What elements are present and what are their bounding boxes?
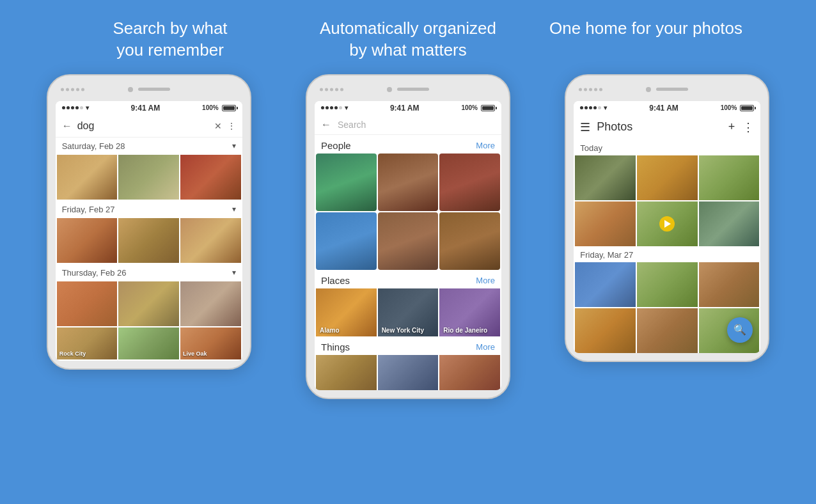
phone-2-camera: [387, 87, 392, 92]
places-more[interactable]: More: [476, 276, 495, 285]
thing-cell[interactable]: [378, 355, 439, 390]
person-cell[interactable]: [439, 154, 500, 211]
photo-cell[interactable]: [57, 155, 118, 200]
battery-area-1: 100%: [202, 104, 236, 111]
more-icon[interactable]: ⋮: [742, 120, 754, 134]
person-cell[interactable]: [316, 154, 377, 211]
gallery-cell[interactable]: [637, 201, 698, 246]
chevron-down-icon-3: ▾: [232, 268, 236, 277]
photo-cell[interactable]: [57, 281, 118, 326]
place-rio[interactable]: Rio de Janeiro: [439, 288, 500, 336]
phone-2-top-bar: [315, 83, 501, 96]
nav-bar-2: ← Search: [315, 115, 501, 135]
gallery-cell[interactable]: [575, 262, 636, 307]
photo-cell[interactable]: [118, 218, 179, 263]
photo-cell[interactable]: [180, 218, 241, 263]
status-time-2: 9:41 AM: [390, 104, 420, 113]
person-cell[interactable]: [378, 154, 439, 211]
photo-cell[interactable]: [118, 155, 179, 200]
photo-cell[interactable]: Rock City: [57, 327, 118, 359]
gallery-date-mar27: Friday, Mar 27: [574, 246, 760, 262]
things-title: Things: [321, 342, 350, 352]
photo-cell[interactable]: Live Oak: [180, 327, 241, 359]
play-button[interactable]: [659, 216, 675, 232]
dot: [325, 88, 328, 91]
gallery-cell[interactable]: [575, 308, 636, 353]
photo-cell[interactable]: [180, 155, 241, 200]
place-alamo-label: Alamo: [320, 327, 340, 334]
photo-cell[interactable]: [118, 281, 179, 326]
chevron-down-icon-1: ▾: [232, 141, 236, 150]
app-bar-actions: + ⋮: [728, 120, 755, 134]
gallery-cell[interactable]: [575, 155, 636, 200]
clear-button[interactable]: ✕: [214, 121, 222, 131]
battery-label-3: 100%: [721, 104, 737, 111]
person-cell[interactable]: [316, 212, 377, 270]
phone-1-screen: ▾ 9:41 AM 100% ← dog ✕ ⋮: [56, 101, 242, 361]
add-icon[interactable]: +: [728, 120, 735, 134]
phone-3-screen: ▾ 9:41 AM 100% ☰ Photos + ⋮: [574, 101, 760, 353]
search-bar[interactable]: ← dog ✕ ⋮: [56, 115, 242, 138]
thing-cell[interactable]: [316, 355, 377, 390]
status-time-1: 9:41 AM: [131, 104, 161, 113]
back-button[interactable]: ←: [62, 120, 72, 132]
search-placeholder-2[interactable]: Search: [338, 120, 495, 130]
signal-dot: [321, 106, 324, 109]
dot: [589, 88, 592, 91]
more-button[interactable]: ⋮: [227, 121, 236, 131]
photo-cell[interactable]: [118, 327, 179, 359]
gallery-cell[interactable]: [637, 308, 698, 353]
person-cell[interactable]: [439, 212, 500, 270]
thing-cell[interactable]: [439, 355, 500, 390]
phone-3: ▾ 9:41 AM 100% ☰ Photos + ⋮: [565, 74, 769, 362]
photo-cell[interactable]: [57, 218, 118, 263]
signal-dot-dim: [80, 106, 83, 109]
place-alamo[interactable]: Alamo: [316, 288, 377, 336]
gallery-cell[interactable]: [575, 201, 636, 246]
phone-1-speaker: [138, 88, 170, 91]
place-rio-label: Rio de Janeiro: [443, 327, 487, 334]
dot: [340, 88, 343, 91]
people-grid: [315, 154, 501, 270]
search-fab-button[interactable]: 🔍: [727, 317, 753, 343]
phone-3-top-bar: [574, 83, 760, 96]
signal-dot: [585, 106, 588, 109]
dot: [335, 88, 338, 91]
signal-dot: [334, 106, 338, 109]
gallery-cell[interactable]: [637, 262, 698, 307]
people-more[interactable]: More: [476, 141, 495, 150]
signal-dot-dim: [598, 106, 601, 109]
signal-dot: [62, 106, 65, 109]
gallery-cell[interactable]: [637, 155, 698, 200]
dot: [579, 88, 582, 91]
place-nyc-label: New York City: [382, 327, 424, 334]
battery-fill-3: [741, 106, 753, 110]
people-title: People: [321, 140, 351, 151]
phone-1-dots: [61, 88, 84, 91]
place-nyc[interactable]: New York City: [378, 288, 439, 336]
app-title-photos: Photos: [597, 120, 721, 134]
date-header-3[interactable]: Thursday, Feb 26 ▾: [56, 264, 242, 281]
signal-dot: [326, 106, 329, 109]
hamburger-icon[interactable]: ☰: [580, 120, 590, 134]
date-header-2[interactable]: Friday, Feb 27 ▾: [56, 201, 242, 218]
person-cell[interactable]: [378, 212, 439, 270]
things-more[interactable]: More: [476, 342, 495, 352]
phone-3-speaker: [656, 88, 688, 91]
phone-2-screen: ▾ 9:41 AM 100% ← Search People More: [315, 101, 501, 390]
back-button-2[interactable]: ←: [321, 119, 331, 130]
status-bar-3: ▾ 9:41 AM 100%: [574, 101, 760, 115]
search-query[interactable]: dog: [77, 120, 209, 132]
battery-area-2: 100%: [461, 104, 495, 111]
date-header-1[interactable]: Saturday, Feb 28 ▾: [56, 138, 242, 155]
gallery-cell[interactable]: [699, 201, 760, 246]
feature-title-1: Search by what you remember: [68, 18, 272, 61]
gallery-cell[interactable]: [699, 262, 760, 307]
dot: [76, 88, 79, 91]
photo-cell[interactable]: [180, 281, 241, 326]
phone-2-speaker: [397, 88, 429, 91]
signal-dot: [580, 106, 583, 109]
signal-dot: [75, 106, 79, 109]
gallery-cell[interactable]: [699, 155, 760, 200]
signal-dot: [593, 106, 597, 109]
